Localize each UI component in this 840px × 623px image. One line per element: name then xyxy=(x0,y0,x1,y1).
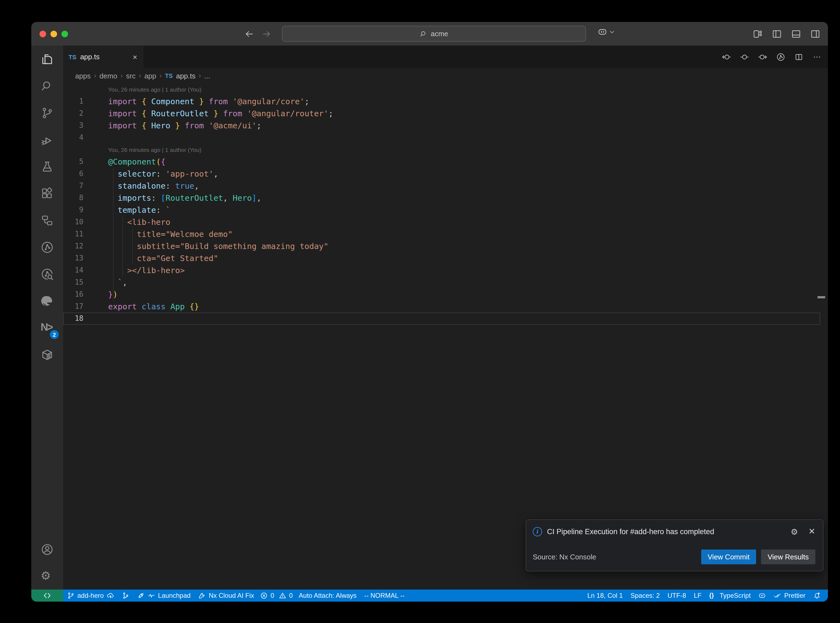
activity-item-testing[interactable] xyxy=(31,153,63,180)
breadcrumb-item[interactable]: demo xyxy=(99,72,117,80)
blame-annotation: You, 26 minutes ago | 1 author (You) xyxy=(63,83,828,95)
status-item-remote-indicator[interactable] xyxy=(31,589,63,602)
code-text: standalone: true, xyxy=(89,180,199,192)
breadcrumb-symbol[interactable]: ... xyxy=(204,72,210,80)
status-item-label: LF xyxy=(694,592,702,599)
activity-item-nx-graph-search[interactable] xyxy=(31,261,63,287)
code-line[interactable]: 2import { RouterOutlet } from '@angular/… xyxy=(63,107,828,120)
activity-item-nx-console[interactable]: N>2 xyxy=(31,314,63,341)
code-line[interactable]: 6 selector: 'app-root', xyxy=(63,168,828,180)
status-item-launchpad[interactable]: Launchpad xyxy=(133,589,195,602)
code-line[interactable]: 17export class App {} xyxy=(63,301,828,313)
activity-item-source-control[interactable] xyxy=(31,99,63,126)
close-window-button[interactable] xyxy=(40,31,46,37)
code-line[interactable]: 13 cta="Get Started" xyxy=(63,252,828,264)
activity-item-extensions[interactable] xyxy=(31,180,63,207)
breadcrumb-separator: › xyxy=(94,72,96,80)
layout-panel-button[interactable] xyxy=(791,29,801,39)
ellipsis-button[interactable] xyxy=(812,52,822,61)
code-line[interactable]: 15 `, xyxy=(63,276,828,288)
view-commit-button[interactable]: View Commit xyxy=(701,549,756,564)
split-editor-button[interactable] xyxy=(794,52,803,61)
tab-close-icon[interactable]: × xyxy=(133,52,137,61)
circle-graph-button[interactable] xyxy=(776,52,785,61)
activity-item-explorer[interactable] xyxy=(31,46,63,72)
code-line[interactable]: 12 subtitle="Build something amazing tod… xyxy=(63,240,828,252)
breadcrumb-item[interactable]: src xyxy=(126,72,135,80)
status-item-auto-attach[interactable]: Auto Attach: Always xyxy=(295,589,361,602)
activity-item-run-debug[interactable] xyxy=(31,126,63,153)
customize-layout-button[interactable] xyxy=(753,29,763,39)
history-forward-button[interactable] xyxy=(262,29,272,39)
breadcrumb-item[interactable]: apps xyxy=(75,72,91,80)
copilot-icon xyxy=(759,592,766,599)
status-item-encoding[interactable]: UTF-8 xyxy=(663,589,690,602)
code-line[interactable]: 8 imports: [RouterOutlet, Hero], xyxy=(63,192,828,204)
status-item-label: TypeScript xyxy=(720,592,751,599)
breadcrumb-item[interactable]: app xyxy=(144,72,156,80)
status-item-language-typescript[interactable]: {}TypeScript xyxy=(705,589,754,602)
code-token: ; xyxy=(256,121,261,130)
line-number: 13 xyxy=(63,252,89,264)
code-line[interactable]: 4 xyxy=(63,132,828,144)
status-item-label: 0 xyxy=(270,592,274,599)
circle-graph-icon xyxy=(41,241,54,254)
history-back-button[interactable] xyxy=(244,29,254,39)
warning-triangle-icon xyxy=(279,592,286,599)
layout-sidebar-right-button[interactable] xyxy=(810,29,820,39)
code-token: { xyxy=(161,157,166,166)
activity-item-nx-project-graph[interactable] xyxy=(31,234,63,261)
activity-item-accounts[interactable] xyxy=(31,536,63,563)
code-line[interactable]: 9 template: ` xyxy=(63,204,828,216)
copilot-menu[interactable] xyxy=(597,27,616,37)
status-item-problems-errors[interactable]: 0 xyxy=(258,589,276,602)
code-token: class xyxy=(141,302,170,311)
code-text: import { Component } from '@angular/core… xyxy=(89,95,309,107)
status-item-cursor-position[interactable]: Ln 18, Col 1 xyxy=(584,589,627,602)
code-token: export xyxy=(108,302,141,311)
code-line[interactable]: 7 standalone: true, xyxy=(63,180,828,192)
tab-strip: TS app.ts × xyxy=(63,46,828,68)
activity-item-search[interactable] xyxy=(31,72,63,99)
status-item-nx-cloud-ai-fix[interactable]: Nx Cloud AI Fix xyxy=(195,589,258,602)
code-line[interactable]: 14 ></lib-hero> xyxy=(63,264,828,276)
code-line[interactable]: 16}) xyxy=(63,288,828,301)
circle-arrow-right-button[interactable] xyxy=(758,52,767,61)
circle-arrow-left-button[interactable] xyxy=(722,52,731,61)
status-item-eol[interactable]: LF xyxy=(690,589,705,602)
status-item-git-branch[interactable]: add-hero xyxy=(63,589,118,602)
breadcrumb-file[interactable]: app.ts xyxy=(176,72,196,80)
status-bar: add-heroLaunchpadNx Cloud AI Fix00Auto A… xyxy=(31,589,828,602)
notification-settings-icon[interactable]: ⚙ xyxy=(791,527,798,536)
code-line[interactable]: 5@Component({ xyxy=(63,156,828,168)
code-line[interactable]: 10 <lib-hero xyxy=(63,216,828,228)
command-center-search[interactable]: acme xyxy=(282,26,586,42)
code-token: } xyxy=(108,290,113,299)
view-results-button[interactable]: View Results xyxy=(761,549,815,564)
code-token: ( xyxy=(156,157,161,166)
zoom-window-button[interactable] xyxy=(61,31,68,37)
activity-item-settings[interactable]: ⚙ xyxy=(31,563,63,589)
code-line[interactable]: 1import { Component } from '@angular/cor… xyxy=(63,95,828,107)
circle-line-button[interactable] xyxy=(740,52,749,61)
breadcrumb-separator: › xyxy=(120,72,123,80)
tab-app-ts[interactable]: TS app.ts × xyxy=(63,46,143,68)
code-token: import xyxy=(108,109,141,118)
activity-item-custom-view-boxes[interactable] xyxy=(31,207,63,234)
notification-close-icon[interactable]: ✕ xyxy=(808,526,815,536)
code-line[interactable]: 3import { Hero } from '@acme/ui'; xyxy=(63,120,828,132)
status-item-problems-warnings[interactable]: 0 xyxy=(276,589,295,602)
code-editor[interactable]: You, 26 minutes ago | 1 author (You)1imp… xyxy=(63,83,828,589)
status-item-copilot-status[interactable] xyxy=(755,589,770,602)
minimize-window-button[interactable] xyxy=(51,31,57,37)
activity-item-edge-devtools[interactable] xyxy=(31,287,63,314)
status-item-notifications-bell[interactable] xyxy=(809,589,825,602)
status-item-vim-mode[interactable]: -- NORMAL -- xyxy=(361,589,408,602)
status-item-indentation[interactable]: Spaces: 2 xyxy=(627,589,663,602)
code-line[interactable]: 11 title="Welcmoe demo" xyxy=(63,228,828,240)
activity-item-containers[interactable] xyxy=(31,341,63,368)
status-item-git-graph[interactable] xyxy=(118,589,133,602)
layout-sidebar-left-button[interactable] xyxy=(772,29,782,39)
status-item-prettier[interactable]: Prettier xyxy=(770,589,809,602)
code-line[interactable]: 18 xyxy=(63,313,820,325)
